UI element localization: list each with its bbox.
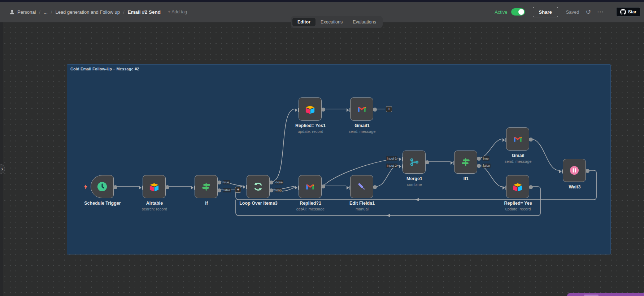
- loopback-arrow: [386, 214, 390, 217]
- loopback-arrow: [415, 198, 419, 201]
- notification-toast-sliver[interactable]: [567, 293, 644, 296]
- input-port[interactable]: [295, 185, 299, 189]
- tab-editor[interactable]: Editor: [292, 18, 316, 26]
- output-port[interactable]: [269, 180, 273, 184]
- input-port[interactable]: [139, 185, 143, 189]
- input-port[interactable]: [399, 164, 403, 168]
- node-label: Gmail: [482, 153, 554, 158]
- header-divider: [611, 6, 611, 18]
- node-replied-1[interactable]: Replied?1getAll: message: [299, 175, 322, 198]
- port-label: loop: [275, 188, 282, 192]
- active-toggle[interactable]: [511, 8, 525, 16]
- port-label: Input 1: [386, 156, 397, 161]
- output-port[interactable]: [165, 185, 169, 189]
- node-merge1[interactable]: Input 1Input 2Merge1combine: [402, 151, 426, 174]
- node-label: Wait3: [539, 184, 611, 190]
- node-subtitle: search: record: [118, 207, 191, 211]
- output-port[interactable]: [321, 184, 325, 188]
- output-port[interactable]: [373, 108, 377, 112]
- input-port[interactable]: [295, 107, 299, 112]
- github-star-button[interactable]: Star: [616, 7, 640, 17]
- node-gmail[interactable]: Gmailsend: message: [506, 127, 529, 151]
- node-subtitle: manual: [326, 207, 398, 211]
- input-port[interactable]: [347, 185, 351, 189]
- input-port[interactable]: [559, 169, 563, 173]
- more-menu-icon[interactable]: ⋯: [597, 10, 604, 14]
- add-tag-button[interactable]: + Add tag: [168, 9, 187, 14]
- output-port[interactable]: [529, 185, 533, 189]
- breadcrumb-ellipsis[interactable]: ...: [44, 9, 48, 15]
- breadcrumb-separator: /: [48, 9, 56, 15]
- merge-icon: [409, 157, 420, 168]
- airtable-icon: [149, 181, 160, 192]
- output-port[interactable]: [373, 185, 377, 189]
- input-port[interactable]: [451, 160, 454, 164]
- add-node-plus-button[interactable]: +: [235, 187, 241, 193]
- breadcrumb: Personal / ... / Lead generation and Fol…: [9, 9, 187, 15]
- output-port[interactable]: [477, 157, 481, 161]
- github-icon: [620, 9, 626, 15]
- loop-icon: [253, 181, 264, 192]
- breadcrumb-home[interactable]: Personal: [17, 9, 36, 15]
- input-port[interactable]: [243, 184, 247, 188]
- output-port[interactable]: [113, 185, 117, 189]
- port-label: Input 2: [386, 164, 397, 168]
- node-wait3[interactable]: Wait3: [563, 159, 586, 182]
- workflow-title[interactable]: Email #2 Send: [128, 9, 161, 15]
- signpost-icon: [460, 157, 471, 168]
- node-label: If1: [430, 176, 502, 181]
- saved-status: Saved: [566, 9, 579, 15]
- trigger-bolt-icon: [83, 184, 88, 190]
- input-port[interactable]: [347, 107, 351, 112]
- output-port[interactable]: [217, 180, 221, 184]
- node-gmail1[interactable]: Gmail1send: message: [350, 97, 373, 121]
- tab-evaluations[interactable]: Evaluations: [348, 18, 381, 26]
- node-edit-fields1[interactable]: Edit Fields1manual: [350, 175, 373, 198]
- star-label: Star: [628, 9, 636, 14]
- breadcrumb-separator: /: [120, 9, 128, 15]
- share-button[interactable]: Share: [533, 7, 558, 17]
- gmail-icon: [305, 181, 316, 192]
- toggle-knob: [518, 9, 524, 15]
- active-label: Active: [495, 9, 507, 15]
- node-if1[interactable]: truefalseIf1: [454, 151, 477, 174]
- node-subtitle: send: message: [482, 159, 554, 164]
- add-node-plus-button[interactable]: +: [386, 106, 392, 112]
- port-label: true: [223, 180, 230, 184]
- output-port[interactable]: [321, 108, 325, 112]
- node-subtitle: send: message: [326, 129, 398, 134]
- tab-executions[interactable]: Executions: [316, 18, 348, 26]
- breadcrumb-project[interactable]: Lead generation and Follow up: [55, 9, 120, 15]
- node-schedule-trigger[interactable]: Schedule Trigger: [91, 175, 114, 198]
- output-port[interactable]: [269, 188, 273, 192]
- view-tabs: Editor Executions Evaluations: [291, 16, 383, 28]
- node-airtable[interactable]: Airtablesearch: record: [143, 175, 166, 198]
- window-top-strip: [0, 0, 644, 2]
- port-label: false: [482, 164, 491, 168]
- workflow-canvas[interactable]: Cold Email Follow-Up – Message #2 Schedu…: [0, 0, 644, 296]
- node-loop-over-items3[interactable]: doneloopLoop Over Items3: [247, 175, 270, 198]
- pause-icon: [569, 165, 580, 176]
- output-port[interactable]: [529, 138, 533, 142]
- output-port[interactable]: [425, 160, 429, 164]
- collapsed-sidebar-rail: [0, 22, 3, 296]
- breadcrumb-separator: /: [36, 9, 44, 15]
- input-port[interactable]: [191, 185, 195, 189]
- edge-loop-over-items3:done-to-replied-yes1: [271, 109, 295, 182]
- signpost-icon: [201, 181, 212, 192]
- node-label: Replied= Yes: [482, 201, 554, 206]
- output-port[interactable]: [217, 188, 221, 192]
- person-icon: [9, 9, 15, 15]
- header-actions: Active Share Saved ↺ ⋯ Star: [495, 6, 640, 18]
- output-port[interactable]: [477, 164, 481, 168]
- node-label: Edit Fields1: [326, 201, 398, 206]
- node-if[interactable]: truefalseIf: [195, 175, 218, 198]
- input-port[interactable]: [399, 156, 403, 161]
- output-port[interactable]: [586, 169, 589, 173]
- node-replied-yes[interactable]: Replied= Yesupdate: record: [506, 175, 529, 198]
- port-label: done: [275, 180, 283, 184]
- input-port[interactable]: [502, 137, 506, 142]
- input-port[interactable]: [502, 185, 506, 189]
- history-icon[interactable]: ↺: [586, 9, 591, 15]
- node-replied-yes1[interactable]: Replied= Yes1update: record: [299, 97, 322, 121]
